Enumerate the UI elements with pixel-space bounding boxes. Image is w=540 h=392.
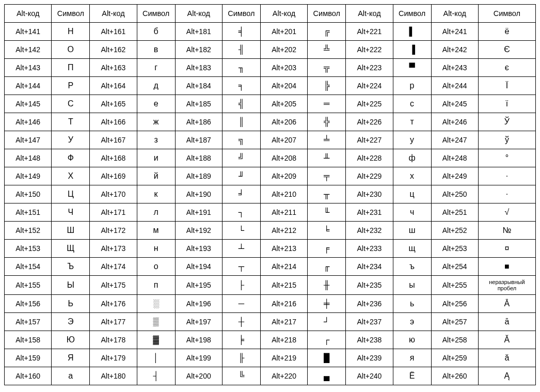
symbol-cell: С [52, 95, 90, 113]
alt-code-cell: Alt+227 [346, 131, 393, 149]
alt-code-cell: Alt+204 [260, 77, 307, 95]
alt-code-cell: Alt+249 [431, 167, 478, 185]
alt-code-cell: Alt+205 [260, 95, 307, 113]
table-row: Alt+157ЭAlt+177▒Alt+197┼Alt+217┘Alt+237э… [5, 313, 536, 331]
table-row: Alt+158ЮAlt+178▓Alt+198╞Alt+218┌Alt+238ю… [5, 331, 536, 349]
symbol-cell: Ф [52, 149, 90, 167]
alt-code-cell: Alt+165 [90, 95, 137, 113]
symbol-cell: ▄ [308, 367, 346, 385]
symbol-cell: ┐ [222, 203, 260, 222]
alt-code-cell: Alt+239 [346, 349, 393, 367]
alt-code-cell: Alt+189 [175, 167, 222, 185]
symbol-cell: ╝ [222, 149, 260, 167]
alt-code-cell: Alt+172 [90, 222, 137, 240]
alt-code-cell: Alt+168 [90, 149, 137, 167]
symbol-cell: я [393, 349, 431, 367]
symbol-cell: ч [393, 203, 431, 222]
symbol-cell: █ [308, 349, 346, 367]
symbol-cell: к [137, 185, 175, 203]
alt-code-cell: Alt+151 [5, 203, 52, 222]
symbol-cell: э [393, 313, 431, 331]
alt-code-cell: Alt+159 [5, 349, 52, 367]
header-sym: Символ [137, 5, 175, 23]
alt-code-cell: Alt+255 [431, 276, 478, 295]
alt-code-cell: Alt+246 [431, 113, 478, 131]
table-row: Alt+160аAlt+180┤Alt+200╚Alt+220▄Alt+240Ё… [5, 367, 536, 385]
symbol-cell: Р [52, 77, 90, 95]
symbol-cell: ╜ [222, 167, 260, 185]
symbol-cell: ▌ [393, 23, 431, 41]
symbol-cell: ┤ [137, 367, 175, 385]
alt-code-cell: Alt+164 [90, 77, 137, 95]
table-row: Alt+142ОAlt+162вAlt+182╢Alt+202╩Alt+222▐… [5, 41, 536, 59]
alt-code-cell: Alt+192 [175, 222, 222, 240]
symbol-cell: ╥ [308, 185, 346, 203]
symbol-cell: х [393, 167, 431, 185]
alt-code-cell: Alt+222 [346, 41, 393, 59]
symbol-cell: б [137, 23, 175, 41]
symbol-cell: ю [393, 331, 431, 349]
alt-code-cell: Alt+208 [260, 149, 307, 167]
symbol-cell: Ю [52, 331, 90, 349]
alt-code-cell: Alt+197 [175, 313, 222, 331]
symbol-cell: н [137, 240, 175, 258]
alt-code-cell: Alt+231 [346, 203, 393, 222]
symbol-cell: ї [478, 95, 535, 113]
symbol-cell: ā [478, 313, 535, 331]
symbol-cell: ў [478, 131, 535, 149]
symbol-cell: ё [478, 23, 535, 41]
alt-code-cell: Alt+220 [260, 367, 307, 385]
alt-code-cell: Alt+141 [5, 23, 52, 41]
alt-code-cell: Alt+198 [175, 331, 222, 349]
alt-code-cell: Alt+224 [346, 77, 393, 95]
alt-code-cell: Alt+142 [5, 41, 52, 59]
table-row: Alt+159ЯAlt+179│Alt+199╟Alt+219█Alt+239я… [5, 349, 536, 367]
symbol-cell: ┘ [308, 313, 346, 331]
alt-code-cell: Alt+184 [175, 77, 222, 95]
alt-code-cell: Alt+206 [260, 113, 307, 131]
alt-code-cell: Alt+171 [90, 203, 137, 222]
alt-code-cell: Alt+252 [431, 222, 478, 240]
symbol-cell: Ь [52, 295, 90, 313]
symbol-cell: ă [478, 349, 535, 367]
header-sym: Символ [393, 5, 431, 23]
alt-code-cell: Alt+163 [90, 59, 137, 77]
header-alt: Alt-код [260, 5, 307, 23]
symbol-cell: ╔ [308, 23, 346, 41]
alt-code-cell: Alt+195 [175, 276, 222, 295]
symbol-cell: Т [52, 113, 90, 131]
alt-code-cell: Alt+181 [175, 23, 222, 41]
alt-code-cell: Alt+150 [5, 185, 52, 203]
symbol-cell: неразрывный пробел [478, 276, 535, 295]
symbol-cell: ▀ [393, 59, 431, 77]
symbol-cell: ы [393, 276, 431, 295]
symbol-cell: ▐ [393, 41, 431, 59]
symbol-cell: г [137, 59, 175, 77]
symbol-cell: Ў [478, 113, 535, 131]
alt-code-cell: Alt+254 [431, 258, 478, 276]
symbol-cell: ┬ [222, 258, 260, 276]
alt-code-cell: Alt+210 [260, 185, 307, 203]
table-row: Alt+145СAlt+165еAlt+185╣Alt+205═Alt+225с… [5, 95, 536, 113]
table-row: Alt+147УAlt+167зAlt+187╗Alt+207╧Alt+227у… [5, 131, 536, 149]
alt-code-cell: Alt+250 [431, 185, 478, 203]
alt-code-cell: Alt+207 [260, 131, 307, 149]
symbol-cell: в [137, 41, 175, 59]
alt-code-cell: Alt+149 [5, 167, 52, 185]
header-sym: Символ [308, 5, 346, 23]
table-row: Alt+153ЩAlt+173нAlt+193┴Alt+213╒Alt+233щ… [5, 240, 536, 258]
alt-code-cell: Alt+157 [5, 313, 52, 331]
alt-code-cell: Alt+147 [5, 131, 52, 149]
alt-code-cell: Alt+223 [346, 59, 393, 77]
symbol-cell: ш [393, 222, 431, 240]
symbol-cell: Ї [478, 77, 535, 95]
alt-code-cell: Alt+260 [431, 367, 478, 385]
alt-code-cell: Alt+162 [90, 41, 137, 59]
alt-code-cell: Alt+212 [260, 222, 307, 240]
alt-code-cell: Alt+258 [431, 331, 478, 349]
header-row: Alt-кодСимволAlt-кодСимволAlt-кодСимволA… [5, 5, 536, 23]
symbol-cell: Ч [52, 203, 90, 222]
symbol-cell: ╘ [308, 222, 346, 240]
alt-code-cell: Alt+175 [90, 276, 137, 295]
alt-code-cell: Alt+178 [90, 331, 137, 349]
